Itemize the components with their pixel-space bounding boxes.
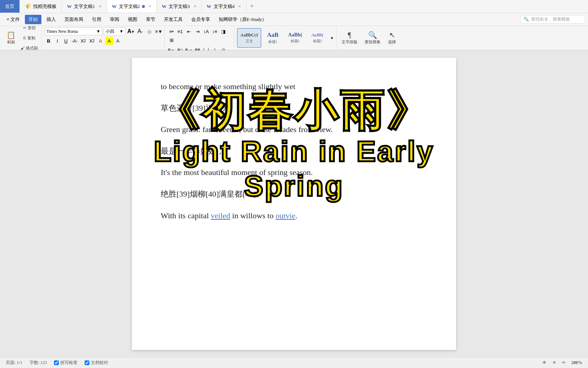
format-painter-icon: 🖌: [21, 46, 24, 50]
menu-dev-tools[interactable]: 开发工具: [160, 15, 186, 24]
menu-view-label: 视图: [128, 17, 137, 22]
menu-file[interactable]: ≡ 文件: [3, 15, 23, 24]
line-spacing-button[interactable]: ↕≡: [211, 27, 219, 35]
font-family-selector[interactable]: Times New Roma ▼: [45, 27, 102, 35]
clear-format-button[interactable]: ◇: [146, 27, 153, 35]
cut-button[interactable]: ✂ 剪切: [18, 23, 40, 32]
spell-check-label: 拼写检查: [60, 360, 77, 366]
toolbar: 📋 粘贴 ✂ 剪切 ⎘ 复制 🖌 格式刷 Times New Roma ▼: [0, 26, 588, 51]
style-heading2[interactable]: AaBb( 标题2: [284, 28, 306, 48]
doc-check-checkbox[interactable]: [85, 360, 89, 365]
document-page: 《初春小雨》 Light Rain in Early Spring to bec…: [132, 58, 456, 350]
menu-view[interactable]: 视图: [124, 15, 141, 24]
menu-file-icon: ≡: [6, 17, 9, 22]
select-label: 选择: [388, 39, 396, 45]
line-6: 绝胜[39]烟柳[40]满皇都[41]。: [161, 187, 427, 201]
tab-doc3[interactable]: W 文字文稿3 ✕: [157, 0, 202, 13]
copy-button[interactable]: ⎘ 复制: [18, 33, 40, 43]
doc-check-item[interactable]: 文档校对: [85, 360, 108, 366]
char-border-button[interactable]: A: [114, 37, 122, 45]
menu-file-label: 文件: [10, 17, 20, 22]
indent-decrease-button[interactable]: ⇤: [185, 27, 193, 35]
menu-page-layout[interactable]: 页面布局: [61, 15, 87, 24]
strikethrough-button[interactable]: -A-: [71, 37, 79, 45]
paste-icon: 📋: [6, 31, 15, 39]
indent-increase-button[interactable]: ⇥: [193, 27, 201, 35]
borders-button[interactable]: ⊞: [168, 36, 175, 44]
font-group: Times New Roma ▼ 小四 ▼ A+ A- ◇ ≡▼ B I U -…: [43, 27, 165, 48]
menu-start-label: 开始: [28, 17, 38, 22]
line-2: 草色遥看[39]近却无。: [161, 101, 427, 115]
style-normal-preview: AaBbCcI: [240, 32, 258, 38]
highlight-button[interactable]: A: [105, 37, 113, 45]
font-decrease-button[interactable]: A-: [136, 27, 144, 35]
font-increase-button[interactable]: A+: [127, 27, 135, 35]
paragraph-format-label: 文字排版: [342, 39, 357, 45]
menu-review[interactable]: 审阅: [106, 15, 123, 24]
style-heading1-preview: AaB: [267, 31, 279, 39]
menu-search-box[interactable]: 🔍 查找命令、搜索模板: [520, 15, 585, 23]
menu-review-label: 审阅: [110, 17, 119, 22]
tab-doc1-close[interactable]: ✕: [99, 4, 102, 8]
link-veiled[interactable]: veiled: [211, 211, 230, 220]
tab-doc3-close[interactable]: ✕: [193, 4, 196, 8]
menu-chapter[interactable]: 章节: [142, 15, 159, 24]
bold-button[interactable]: B: [45, 37, 53, 45]
menu-insert[interactable]: 插入: [43, 15, 59, 24]
new-tab-button[interactable]: +: [246, 0, 257, 13]
styles-more-button[interactable]: ▼: [329, 28, 335, 48]
menu-start[interactable]: 开始: [25, 15, 41, 24]
line-4: 最是一年春好处，: [161, 144, 427, 158]
tab-home[interactable]: 首页: [0, 0, 20, 13]
numbering-button[interactable]: ≡1: [176, 27, 184, 35]
sort-button[interactable]: ↕A: [202, 27, 210, 35]
tab-doc2-close[interactable]: ✕: [148, 4, 151, 8]
italic-button[interactable]: I: [53, 37, 61, 45]
spell-check-item[interactable]: 拼写检查: [54, 360, 77, 366]
tab-doc4-close[interactable]: ✕: [238, 4, 241, 8]
tab-doc1[interactable]: W 文字文稿1 ✕: [62, 0, 107, 13]
font-size-selector[interactable]: 小四 ▼: [104, 27, 125, 35]
tab-template[interactable]: 🌾 找稻壳模板: [20, 0, 62, 13]
style-normal[interactable]: AaBbCcI 正文: [237, 28, 261, 48]
menu-member[interactable]: 会员专享: [188, 15, 214, 24]
menu-dev-tools-label: 开发工具: [164, 17, 183, 22]
find-replace-button[interactable]: 🔍 查找替换: [362, 28, 383, 48]
more-format-button[interactable]: ≡▼: [155, 27, 163, 35]
find-replace-icon: 🔍: [368, 31, 377, 39]
doc1-w-icon: W: [67, 4, 72, 9]
style-heading3[interactable]: AaBb( 标题3: [307, 28, 328, 48]
tab-doc4[interactable]: W 文字文稿4 ✕: [202, 0, 247, 13]
paste-button[interactable]: 📋 粘贴: [4, 28, 18, 48]
doc4-w-icon: W: [207, 4, 211, 9]
tab-home-label: 首页: [5, 3, 14, 10]
title-bar: 首页 🌾 找稻壳模板 W 文字文稿1 ✕ W 文字文稿2 ✕ W 文字文稿3 ✕…: [0, 0, 588, 13]
font-family-value: Times New Roma: [46, 29, 78, 34]
select-button[interactable]: ↖ 选择: [386, 28, 398, 48]
paste-label: 粘贴: [7, 39, 15, 45]
cut-label: 剪切: [28, 25, 36, 31]
style-heading2-preview: AaBb(: [288, 32, 302, 38]
tab-doc2[interactable]: W 文字文稿2 ✕: [107, 0, 157, 13]
font-color-button[interactable]: A: [97, 37, 104, 45]
bullets-button[interactable]: ≡•: [168, 27, 175, 35]
eye-icon: 👁: [542, 360, 547, 365]
menu-bar: ≡ 文件 开始 插入 页面布局 引用 审阅 视图 章节 开发工具 会员专享 知网…: [0, 13, 588, 26]
style-normal-label: 正文: [246, 39, 253, 44]
shading-button[interactable]: ◨: [219, 27, 227, 35]
menu-cnki[interactable]: 知网研学（原E-Study）: [215, 15, 271, 24]
superscript-button[interactable]: X2: [79, 37, 87, 45]
line-3: Green grass: far it seems, but close it …: [161, 122, 427, 137]
link-outvie[interactable]: outvie: [276, 211, 295, 220]
paragraph-format-button[interactable]: ¶ 文字排版: [339, 28, 360, 48]
subscript-button[interactable]: X2: [88, 37, 96, 45]
spell-check-checkbox[interactable]: [54, 360, 59, 365]
styles-group: AaBbCcI 正文 AaB 标题1 AaBb( 标题2 AaBb( 标题3 ▼: [236, 27, 337, 48]
underline-button[interactable]: U: [62, 37, 70, 45]
clipboard-group: 📋 粘贴 ✂ 剪切 ⎘ 复制 🖌 格式刷: [3, 27, 42, 48]
find-replace-label: 查找替换: [365, 39, 380, 45]
menu-chapter-label: 章节: [146, 17, 155, 22]
menu-references[interactable]: 引用: [88, 15, 105, 24]
right-tools: ¶ 文字排版 🔍 查找替换 ↖ 选择: [339, 28, 398, 48]
style-heading1[interactable]: AaB 标题1: [262, 28, 284, 48]
